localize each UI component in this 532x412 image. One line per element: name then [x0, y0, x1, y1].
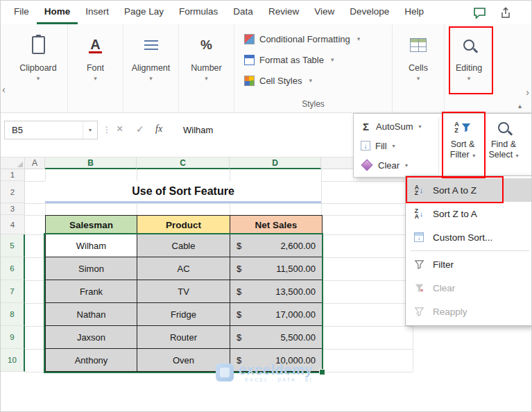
column-header-d[interactable]: D: [230, 157, 321, 169]
find-and-select-button[interactable]: Find & Select ▾: [484, 116, 523, 175]
cell-styles-icon: [244, 76, 255, 86]
format-as-table-caret-icon: ▾: [331, 56, 334, 63]
fill-button[interactable]: ↓ Fill ▾: [361, 137, 395, 154]
find-select-label: Find & Select: [488, 139, 516, 160]
cell-B7[interactable]: Frank: [46, 280, 137, 303]
cell-D7[interactable]: $13,500.00: [230, 280, 323, 303]
row-header-2[interactable]: 2: [1, 181, 25, 203]
tab-formulas[interactable]: Formulas: [171, 1, 225, 24]
cell-D6[interactable]: $11,500.00: [230, 257, 323, 280]
row-header-1[interactable]: 1: [1, 169, 25, 181]
cell-D9[interactable]: $5,500.00: [230, 326, 323, 349]
tab-help[interactable]: Help: [397, 1, 431, 24]
cell-B6[interactable]: Simon: [46, 257, 137, 280]
menu-item-sort-a-to-z[interactable]: AZ↓ Sort A to Z: [406, 178, 531, 202]
conditional-formatting-icon: [244, 34, 255, 44]
amount: 13,500.00: [275, 286, 316, 297]
currency-symbol: $: [237, 264, 241, 274]
cell-styles-caret-icon: ▾: [309, 77, 312, 84]
menu-item-clear: × Clear: [406, 276, 531, 300]
autosum-button[interactable]: Σ AutoSum ▾: [361, 118, 422, 135]
clipboard-label: Clipboard: [19, 63, 57, 73]
tab-home[interactable]: Home: [37, 1, 78, 24]
menu-item-custom-sort[interactable]: ↓ Custom Sort...: [406, 225, 531, 249]
column-header-b[interactable]: B: [45, 157, 137, 169]
row-header-6[interactable]: 6: [1, 257, 25, 280]
cell-C5[interactable]: Cable: [137, 234, 230, 257]
alignment-caret-icon: ▾: [149, 75, 153, 82]
sheet-title-cell[interactable]: Use of Sort Feature: [45, 181, 321, 203]
cell-B9[interactable]: Jaxson: [46, 326, 137, 349]
select-all-corner[interactable]: [1, 157, 25, 169]
menu-separator: [411, 250, 529, 251]
collapse-ribbon-icon[interactable]: ▴: [518, 102, 522, 110]
row-header-9[interactable]: 9: [1, 326, 25, 349]
clear-button[interactable]: Clear ▾: [361, 157, 408, 173]
reapply-icon: [415, 307, 424, 316]
menu-item-sort-z-to-a[interactable]: ZA↓ Sort Z to A: [406, 202, 531, 225]
row-header-8[interactable]: 8: [1, 303, 25, 326]
conditional-formatting-label: Conditional Formatting: [259, 34, 350, 44]
cell-C9[interactable]: Router: [137, 326, 230, 349]
tab-developer[interactable]: Develope: [342, 1, 397, 24]
cell-C7[interactable]: TV: [137, 280, 230, 303]
font-group[interactable]: A Font ▾: [68, 24, 123, 112]
ribbon-scroll-left-icon[interactable]: ‹: [2, 84, 6, 95]
column-header-c[interactable]: C: [137, 157, 230, 169]
tab-file[interactable]: File: [6, 1, 37, 24]
sort-and-filter-button[interactable]: A Z Sort & Filter ▾: [444, 116, 481, 175]
cell-D4-net-sales-header[interactable]: Net Sales: [230, 216, 323, 234]
row-header-3[interactable]: 3: [1, 203, 25, 215]
cell-B8[interactable]: Nathan: [46, 303, 137, 326]
excel-window: File Home Insert Page Lay Formulas Data …: [0, 0, 532, 412]
cell-B5[interactable]: Wilham: [46, 234, 137, 257]
amount: 11,500.00: [276, 264, 316, 274]
editing-group[interactable]: Editing ▾: [445, 24, 493, 112]
name-box[interactable]: B5 ▾: [4, 121, 98, 139]
ribbon-scroll-right-icon[interactable]: ›: [526, 87, 529, 98]
tab-review[interactable]: Review: [261, 1, 307, 24]
tab-data[interactable]: Data: [225, 1, 261, 24]
enter-icon[interactable]: ✓: [136, 123, 144, 135]
currency-symbol: $: [237, 309, 241, 320]
cell-styles-button[interactable]: Cell Styles ▾: [244, 70, 312, 91]
row-header-5[interactable]: 5: [1, 234, 25, 257]
formula-bar-value[interactable]: Wilham: [183, 125, 213, 135]
row-header-7[interactable]: 7: [1, 280, 25, 303]
cell-B10[interactable]: Anthony: [46, 349, 137, 372]
share-icon[interactable]: [499, 7, 512, 19]
comments-icon[interactable]: [473, 7, 487, 19]
cells-group[interactable]: Cells ▾: [393, 24, 445, 112]
tab-insert[interactable]: Insert: [78, 1, 117, 24]
menu-item-filter[interactable]: Filter: [406, 252, 531, 276]
funnel-icon: [461, 123, 471, 132]
row-header-4[interactable]: 4: [1, 215, 25, 234]
fill-handle[interactable]: [319, 369, 325, 375]
editing-label: Editing: [456, 63, 482, 73]
row-header-10[interactable]: 10: [1, 349, 25, 372]
format-as-table-label: Format as Table: [259, 55, 324, 65]
name-box-caret-icon[interactable]: ▾: [83, 121, 97, 139]
insert-function-icon[interactable]: fx: [155, 123, 162, 135]
cell-D8[interactable]: $17,000.00: [230, 303, 323, 326]
conditional-formatting-button[interactable]: Conditional Formatting ▾: [244, 28, 360, 49]
cell-C8[interactable]: Fridge: [137, 303, 230, 326]
number-group[interactable]: % Number ▾: [179, 24, 234, 112]
cell-C6[interactable]: AC: [137, 257, 230, 280]
tab-page-layout[interactable]: Page Lay: [117, 1, 171, 24]
cancel-icon[interactable]: ×: [117, 123, 123, 135]
cell-D5[interactable]: $2,600.00: [230, 234, 323, 257]
find-select-caret-icon: ▾: [516, 153, 519, 159]
cell-C4-product-header[interactable]: Product: [137, 216, 230, 234]
currency-symbol: $: [237, 286, 241, 297]
cells-icon: [410, 38, 427, 52]
alignment-group[interactable]: Alignment ▾: [123, 24, 179, 112]
watermark: exceldemy EXCEL · DATA · BI: [216, 362, 313, 382]
eraser-icon: [361, 160, 373, 171]
cell-B4-salesman-header[interactable]: Salesman: [46, 216, 137, 234]
format-as-table-button[interactable]: Format as Table ▾: [244, 49, 334, 70]
clipboard-group[interactable]: Clipboard ▾: [9, 24, 68, 112]
tab-view[interactable]: View: [307, 1, 342, 24]
column-header-a[interactable]: A: [25, 157, 45, 169]
number-caret-icon: ▾: [205, 75, 208, 82]
